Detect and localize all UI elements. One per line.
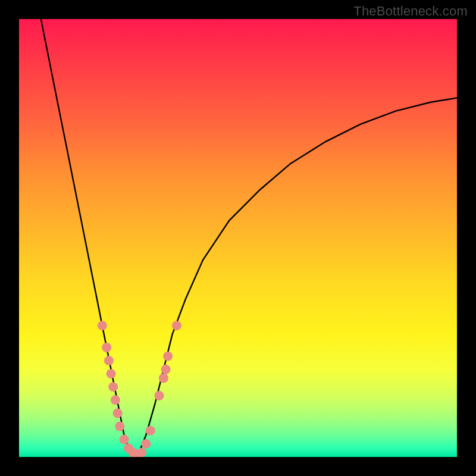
scatter-dot: [141, 439, 151, 449]
scatter-dot: [98, 321, 107, 330]
plot-area: [19, 19, 457, 457]
scatter-dot: [102, 343, 111, 352]
curve-right-branch: [137, 98, 457, 458]
scatter-dot: [163, 352, 173, 361]
scatter-dot: [155, 391, 164, 400]
scatter-dot: [172, 321, 181, 330]
scatter-dot: [120, 435, 129, 444]
outer-frame: TheBottleneck.com: [0, 0, 476, 476]
scatter-dot: [159, 374, 168, 383]
scatter-dot: [107, 369, 116, 378]
scatter-group: [98, 321, 181, 457]
chart-svg: [19, 19, 457, 457]
scatter-dot: [115, 422, 124, 431]
scatter-dot: [146, 426, 155, 436]
scatter-dot: [111, 395, 120, 405]
scatter-dot: [137, 448, 146, 457]
scatter-dot: [108, 382, 118, 392]
curve-left-branch: [41, 19, 137, 457]
watermark-text: TheBottleneck.com: [353, 4, 468, 19]
scatter-dot: [104, 356, 114, 365]
scatter-dot: [113, 408, 123, 418]
curve-group: [41, 19, 457, 457]
scatter-dot: [161, 365, 171, 374]
